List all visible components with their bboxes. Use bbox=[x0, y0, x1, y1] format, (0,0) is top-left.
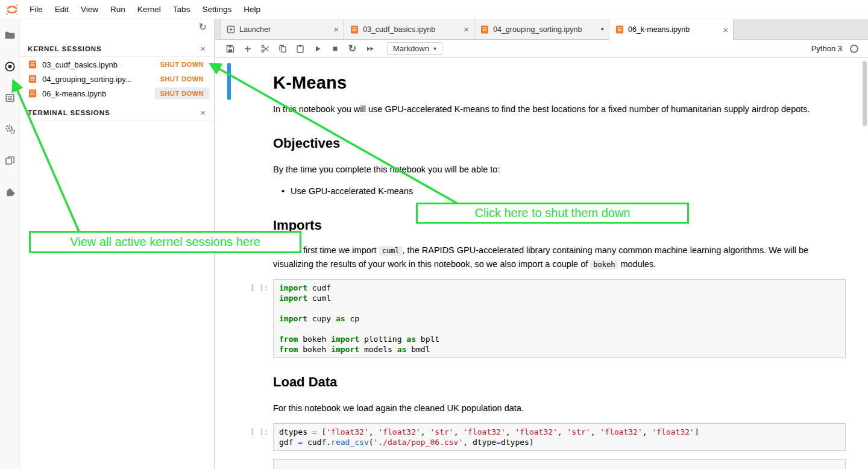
code-cell-partial bbox=[215, 459, 846, 469]
main-dock-area: Launcher × 03_cudf_basics.ipynb × 04_gro… bbox=[215, 19, 868, 469]
paste-cells-icon[interactable] bbox=[291, 42, 309, 56]
menu-bar: File Edit View Run Kernel Tabs Settings … bbox=[0, 0, 868, 19]
close-tab-icon[interactable]: × bbox=[464, 25, 469, 34]
copy-cells-icon[interactable] bbox=[274, 42, 291, 56]
objectives-heading: Objectives bbox=[273, 135, 847, 151]
menu-item-tabs[interactable]: Tabs bbox=[167, 0, 197, 19]
shutdown-button[interactable]: SHUT DOWN bbox=[155, 73, 209, 85]
unsaved-changes-dot[interactable]: ● bbox=[601, 27, 604, 32]
annotation-shutdown-label: Click here to shut them down bbox=[416, 203, 689, 224]
inline-code-bokeh: bokeh bbox=[590, 260, 618, 269]
menu-item-view[interactable]: View bbox=[75, 0, 104, 19]
session-name: 03_cudf_basics.ipynb bbox=[42, 60, 118, 69]
code-editor[interactable]: dtypes = ['float32', 'float32', 'str', '… bbox=[273, 423, 846, 451]
launcher-icon bbox=[227, 25, 235, 34]
notebook-content: K-Means In this notebook you will use GP… bbox=[215, 58, 868, 469]
bullet-icon: • bbox=[281, 185, 285, 198]
run-cell-icon[interactable] bbox=[309, 42, 326, 56]
imports-paragraph: For the first time we import cuml, the R… bbox=[273, 244, 847, 271]
close-tab-icon[interactable]: × bbox=[723, 25, 728, 34]
menu-item-run[interactable]: Run bbox=[104, 0, 131, 19]
notebook-icon bbox=[615, 25, 624, 34]
inline-code-cuml: cuml bbox=[379, 246, 403, 256]
cell-type-dropdown[interactable]: Markdown ▾ bbox=[387, 42, 442, 55]
chevron-down-icon: ▾ bbox=[433, 45, 436, 52]
command-palette-icon[interactable] bbox=[0, 82, 20, 113]
objectives-bullet: Use GPU-accelerated K-means bbox=[291, 185, 413, 198]
jupyter-logo bbox=[5, 2, 19, 17]
refresh-sessions-icon[interactable]: ↻ bbox=[199, 22, 207, 32]
notebook-icon bbox=[28, 60, 37, 69]
tab-label: 04_grouping_sorting.ipynb bbox=[493, 25, 582, 34]
kernel-status-icon bbox=[850, 45, 858, 53]
input-prompt: [ ]: bbox=[237, 283, 268, 292]
kernel-session-row[interactable]: 03_cudf_basics.ipynb SHUT DOWN bbox=[20, 57, 214, 72]
load-data-paragraph: For this notebook we load again the clea… bbox=[273, 401, 847, 415]
restart-run-all-icon[interactable] bbox=[361, 42, 379, 56]
markdown-cell-objectives: Objectives By the time you complete this… bbox=[273, 135, 847, 198]
kernel-name[interactable]: Python 3 bbox=[811, 44, 842, 53]
notebook-icon bbox=[28, 75, 37, 83]
shutdown-button[interactable]: SHUT DOWN bbox=[155, 58, 209, 71]
terminal-sessions-header: TERMINAL SESSIONS × bbox=[20, 105, 214, 121]
collapse-terminal-sessions-icon[interactable]: × bbox=[200, 108, 206, 117]
add-cell-icon[interactable] bbox=[239, 42, 256, 56]
code-cell-imports: [ ]: import cudfimport cuml import cupy … bbox=[215, 279, 846, 358]
menu-item-kernel[interactable]: Kernel bbox=[131, 0, 167, 19]
close-tab-icon[interactable]: × bbox=[333, 25, 339, 34]
cell-type-value: Markdown bbox=[393, 44, 429, 53]
intro-paragraph: In this notebook you will use GPU-accele… bbox=[273, 102, 847, 116]
vertical-scrollbar-thumb[interactable] bbox=[863, 61, 867, 126]
load-data-heading: Load Data bbox=[273, 374, 847, 390]
left-sidebar-rail bbox=[0, 19, 20, 469]
markdown-cell-load-data: Load Data For this notebook we load agai… bbox=[273, 374, 847, 415]
markdown-cell-title: K-Means In this notebook you will use GP… bbox=[273, 64, 847, 116]
tab-label: 06_k-means.ipynb bbox=[628, 25, 690, 34]
notebook-toolbar: ↻ Markdown ▾ Python 3 bbox=[215, 40, 868, 58]
cut-cells-icon[interactable] bbox=[256, 42, 274, 56]
kernel-sessions-header: KERNEL SESSIONS × bbox=[20, 41, 214, 57]
code-editor[interactable] bbox=[273, 459, 846, 469]
annotation-kernel-sessions-label: View all active kernel sessions here bbox=[29, 231, 301, 253]
terminal-sessions-title: TERMINAL SESSIONS bbox=[28, 109, 110, 116]
tab-launcher[interactable]: Launcher × bbox=[220, 19, 344, 39]
session-name: 04_grouping_sorting.ipy... bbox=[42, 75, 132, 84]
session-name: 06_k-means.ipynb bbox=[42, 89, 106, 98]
selected-cell-collapser[interactable] bbox=[227, 63, 231, 100]
jupyterlab-window: File Edit View Run Kernel Tabs Settings … bbox=[0, 0, 868, 469]
notebook-icon bbox=[28, 89, 37, 98]
markdown-cell-imports: Imports For the first time we import cum… bbox=[273, 217, 847, 271]
menu-item-file[interactable]: File bbox=[24, 0, 49, 19]
code-editor[interactable]: import cudfimport cuml import cupy as cp… bbox=[273, 279, 846, 358]
open-tabs-icon[interactable] bbox=[0, 145, 20, 176]
notebook-icon bbox=[350, 25, 359, 34]
restart-kernel-icon[interactable]: ↻ bbox=[344, 42, 361, 56]
shutdown-button[interactable]: SHUT DOWN bbox=[155, 87, 209, 99]
kernel-session-row[interactable]: 04_grouping_sorting.ipy... SHUT DOWN bbox=[20, 72, 214, 86]
save-icon[interactable] bbox=[221, 42, 239, 56]
file-browser-icon[interactable] bbox=[0, 19, 20, 51]
tab-label: Launcher bbox=[239, 25, 271, 34]
objectives-intro: By the time you complete this notebook y… bbox=[273, 163, 847, 176]
tab-06-k-means[interactable]: 06_k-means.ipynb × bbox=[609, 19, 734, 40]
collapse-kernel-sessions-icon[interactable]: × bbox=[200, 44, 206, 53]
menu-item-help[interactable]: Help bbox=[237, 0, 266, 19]
input-prompt: [ ]: bbox=[237, 427, 268, 436]
code-cell-load-data: [ ]: dtypes = ['float32', 'float32', 'st… bbox=[215, 423, 846, 451]
notebook-icon bbox=[480, 25, 489, 34]
tab-label: 03_cudf_basics.ipynb bbox=[363, 25, 435, 34]
extension-manager-icon[interactable] bbox=[0, 176, 20, 207]
kernel-session-row[interactable]: 06_k-means.ipynb SHUT DOWN bbox=[20, 86, 214, 101]
kernel-sessions-title: KERNEL SESSIONS bbox=[28, 45, 102, 52]
notebook-h1: K-Means bbox=[273, 72, 847, 93]
property-inspector-icon[interactable] bbox=[0, 113, 20, 145]
menu-item-settings[interactable]: Settings bbox=[196, 0, 237, 19]
running-sessions-icon[interactable] bbox=[0, 51, 20, 82]
tab-bar: Launcher × 03_cudf_basics.ipynb × 04_gro… bbox=[215, 19, 868, 40]
tab-04-grouping-sorting[interactable]: 04_grouping_sorting.ipynb ● bbox=[474, 19, 609, 39]
menu-item-edit[interactable]: Edit bbox=[49, 0, 75, 19]
interrupt-kernel-icon[interactable] bbox=[326, 42, 344, 56]
tab-03-cudf-basics[interactable]: 03_cudf_basics.ipynb × bbox=[344, 19, 474, 39]
